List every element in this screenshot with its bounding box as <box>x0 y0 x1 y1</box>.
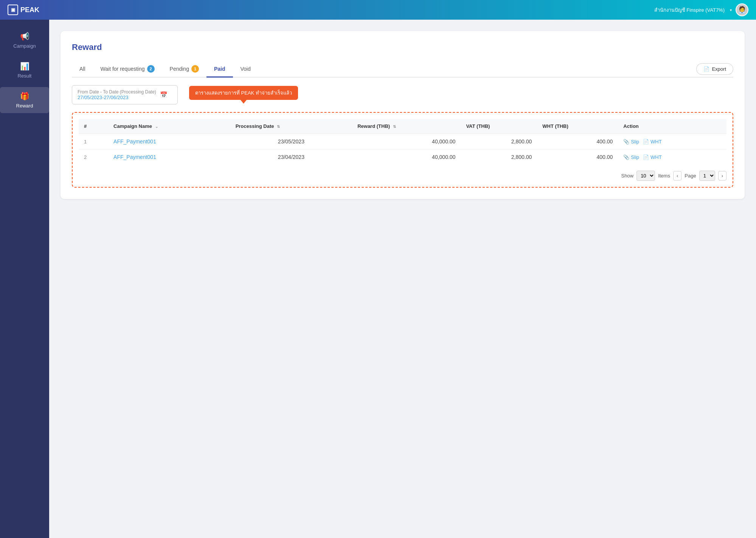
page-label: Page <box>685 173 696 179</box>
show-label: Show <box>621 173 634 179</box>
page-card: Reward All Wait for requesting 2 Pending… <box>61 31 745 199</box>
date-filter-value: 27/05/2023-27/06/2023 <box>78 95 156 100</box>
page-select[interactable]: 1 <box>699 171 715 181</box>
export-label: Export <box>712 66 726 72</box>
logo: ▣ PEAK <box>8 5 39 15</box>
row-2-date: 23/04/2023 <box>230 149 352 165</box>
tab-wait-label: Wait for requesting <box>101 66 145 72</box>
result-icon: 📊 <box>20 62 29 71</box>
col-campaign-name-label: Campaign Name <box>113 123 152 129</box>
avatar-icon: 🧑‍💼 <box>738 6 746 14</box>
row-2-campaign[interactable]: AFF_Payment001 <box>108 149 230 165</box>
reward-icon: 🎁 <box>20 92 29 101</box>
export-button[interactable]: 📄 Export <box>696 63 733 75</box>
row-1-slip-label: Slip <box>631 139 639 145</box>
pagination-row: Show 10 25 50 Items ‹ Page 1 › <box>79 171 727 181</box>
row-1-wht: 400.00 <box>537 134 618 149</box>
campaign-sort-icon[interactable]: ⌄ <box>155 124 158 129</box>
top-header: ▣ PEAK สำนักงานปัญชี Finspire (VAT7%) ▾ … <box>0 0 756 20</box>
row-2-slip-label: Slip <box>631 154 639 160</box>
row-1-vat: 2,800.00 <box>461 134 537 149</box>
sidebar-item-label-result: Result <box>18 73 32 79</box>
table-container: # Campaign Name ⌄ Processing Date ⇅ Rewa… <box>72 112 733 188</box>
row-2-wht-button[interactable]: 📄 WHT <box>643 154 662 160</box>
col-processing-date: Processing Date ⇅ <box>230 119 352 134</box>
tooltip-wrapper: ตารางแสดงรายการที่ PEAK ทำจ่ายสำเร็จแล้ว <box>189 86 298 104</box>
export-icon: 📄 <box>703 66 709 72</box>
tab-all[interactable]: All <box>72 61 93 78</box>
org-dropdown-icon[interactable]: ▾ <box>730 8 732 12</box>
col-processing-date-label: Processing Date <box>236 123 274 129</box>
next-page-button[interactable]: › <box>718 171 727 180</box>
table-row: 1 AFF_Payment001 23/05/2023 40,000.00 2,… <box>79 134 727 149</box>
row-2-action: 📎 Slip 📄 WHT <box>618 149 727 165</box>
date-filter[interactable]: From Date - To Date (Processing Date) 27… <box>72 85 178 104</box>
wht-icon: 📄 <box>643 139 649 145</box>
calendar-icon[interactable]: 📅 <box>160 91 168 98</box>
tab-paid[interactable]: Paid <box>206 61 233 78</box>
row-1-date: 23/05/2023 <box>230 134 352 149</box>
sidebar: 📢 Campaign 📊 Result 🎁 Reward <box>0 20 49 538</box>
row-1-action-cell: 📎 Slip 📄 WHT <box>623 139 721 145</box>
table-row: 2 AFF_Payment001 23/04/2023 40,000.00 2,… <box>79 149 727 165</box>
sidebar-item-result[interactable]: 📊 Result <box>0 57 49 83</box>
tab-pending[interactable]: Pending 1 <box>162 61 206 78</box>
row-1-campaign[interactable]: AFF_Payment001 <box>108 134 230 149</box>
items-label: Items <box>658 173 670 179</box>
logo-box: ▣ <box>8 5 18 15</box>
row-1-action: 📎 Slip 📄 WHT <box>618 134 727 149</box>
header-right: สำนักงานปัญชี Finspire (VAT7%) ▾ 🧑‍💼 <box>654 3 748 16</box>
campaign-icon: 📢 <box>20 32 29 41</box>
col-action: Action <box>618 119 727 134</box>
date-filter-text: From Date - To Date (Processing Date) 27… <box>78 89 156 100</box>
reward-table: # Campaign Name ⌄ Processing Date ⇅ Rewa… <box>79 119 727 165</box>
tabs-row: All Wait for requesting 2 Pending 1 Paid <box>72 61 733 78</box>
wht-icon-2: 📄 <box>643 154 649 160</box>
row-2-wht-label: WHT <box>650 154 662 160</box>
tooltip-arrow <box>241 100 247 104</box>
tooltip-box: ตารางแสดงรายการที่ PEAK ทำจ่ายสำเร็จแล้ว <box>189 86 298 100</box>
tabs: All Wait for requesting 2 Pending 1 Paid <box>72 61 258 77</box>
tab-void-label: Void <box>241 66 251 72</box>
slip-icon: 📎 <box>623 139 629 145</box>
tooltip-text: ตารางแสดงรายการที่ PEAK ทำจ่ายสำเร็จแล้ว <box>195 90 292 96</box>
col-campaign-name: Campaign Name ⌄ <box>108 119 230 134</box>
date-filter-row: From Date - To Date (Processing Date) 27… <box>72 85 733 104</box>
col-reward-thb: Reward (THB) ⇅ <box>352 119 461 134</box>
logo-text: PEAK <box>20 6 39 14</box>
show-select[interactable]: 10 25 50 <box>636 171 655 181</box>
date-filter-label: From Date - To Date (Processing Date) <box>78 89 156 95</box>
avatar[interactable]: 🧑‍💼 <box>736 3 748 16</box>
tab-paid-label: Paid <box>214 66 225 72</box>
slip-icon-2: 📎 <box>623 154 629 160</box>
page-title: Reward <box>72 42 733 52</box>
row-1-wht-button[interactable]: 📄 WHT <box>643 139 662 145</box>
row-2-reward: 40,000.00 <box>352 149 461 165</box>
row-2-vat: 2,800.00 <box>461 149 537 165</box>
col-vat-thb: VAT (THB) <box>461 119 537 134</box>
tab-pending-badge: 1 <box>191 65 199 73</box>
tab-pending-label: Pending <box>170 66 189 72</box>
table-header-row: # Campaign Name ⌄ Processing Date ⇅ Rewa… <box>79 119 727 134</box>
row-1-reward: 40,000.00 <box>352 134 461 149</box>
row-1-wht-label: WHT <box>650 139 662 145</box>
col-num: # <box>79 119 108 134</box>
content-area: Reward All Wait for requesting 2 Pending… <box>49 20 756 538</box>
tab-void[interactable]: Void <box>233 61 258 78</box>
row-2-action-cell: 📎 Slip 📄 WHT <box>623 154 721 160</box>
tab-wait[interactable]: Wait for requesting 2 <box>93 61 162 78</box>
sidebar-item-reward[interactable]: 🎁 Reward <box>0 87 49 113</box>
row-1-slip-button[interactable]: 📎 Slip <box>623 139 639 145</box>
row-2-num: 2 <box>79 149 108 165</box>
tab-all-label: All <box>79 66 85 72</box>
reward-sort-icon[interactable]: ⇅ <box>393 124 396 129</box>
sidebar-item-campaign[interactable]: 📢 Campaign <box>0 27 49 53</box>
col-reward-thb-label: Reward (THB) <box>357 123 390 129</box>
col-wht-thb: WHT (THB) <box>537 119 618 134</box>
main-layout: 📢 Campaign 📊 Result 🎁 Reward Reward All <box>0 20 756 538</box>
org-name: สำนักงานปัญชี Finspire (VAT7%) <box>654 6 725 14</box>
row-2-slip-button[interactable]: 📎 Slip <box>623 154 639 160</box>
prev-page-button[interactable]: ‹ <box>673 171 681 180</box>
processing-date-sort-icon[interactable]: ⇅ <box>277 124 280 129</box>
sidebar-item-label-reward: Reward <box>16 103 33 109</box>
